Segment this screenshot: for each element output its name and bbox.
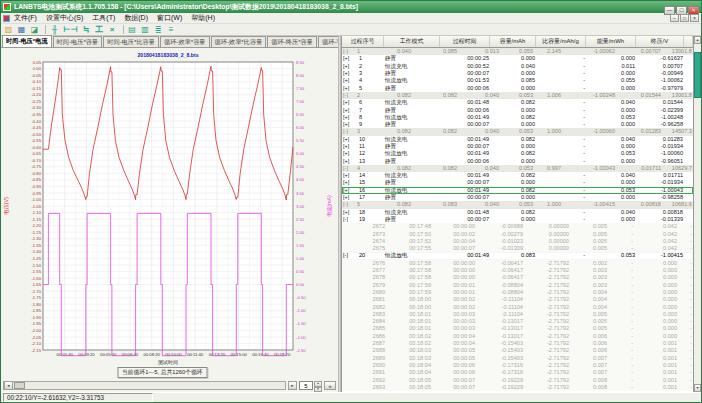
record-row[interactable]: 269200:18:0500:00:07-0.19229-2.717920.00… xyxy=(342,376,693,383)
svg-text:-0.40: -0.40 xyxy=(31,119,41,124)
open-file-icon[interactable]: ▨ xyxy=(3,24,14,35)
step-row[interactable]: [+]8恒流放电00:01:490.082-0.053-1.00248 xyxy=(342,114,693,121)
child-minimize-button[interactable]: – xyxy=(670,14,679,22)
step-row[interactable]: [+]13静置00:00:060.000-0.000-0.96051 xyxy=(342,157,693,164)
menu-item-1[interactable]: 设置中心(S) xyxy=(46,13,83,23)
child-restore-button[interactable]: □ xyxy=(680,14,689,22)
menu-item-2[interactable]: 工具(T) xyxy=(92,13,115,23)
next-page-button[interactable]: » xyxy=(324,381,336,390)
tab-5[interactable]: 循环-终压*容量 xyxy=(267,36,317,47)
tab-3[interactable]: 循环-效率*容量 xyxy=(160,36,210,47)
record-row[interactable]: 269100:18:0400:00:06-0.17316-2.717920.00… xyxy=(342,369,693,376)
record-row[interactable]: 268200:18:0000:00:02-0.11104-2.717920.00… xyxy=(342,303,693,310)
record-row[interactable]: 267800:17:5800:00:00-0.06417-2.717920.00… xyxy=(342,274,693,281)
record-row[interactable]: 269300:18:0500:00:07-0.19229-2.717920.00… xyxy=(342,384,693,391)
svg-text:00:13:20: 00:13:20 xyxy=(209,352,226,357)
scroll-down-icon[interactable]: ▼ xyxy=(694,384,701,392)
compare-view-icon[interactable]: ≒ xyxy=(81,24,92,35)
cycle-row[interactable]: [-]50.0820.0830.0400.0531.000-1.004150.0… xyxy=(342,201,693,208)
save-file-icon[interactable]: ▦ xyxy=(16,24,27,35)
step-row[interactable]: [+]15静置00:00:070.000-0.000-0.01934 xyxy=(342,179,693,186)
record-row[interactable]: 267200:17:4800:00:00-0.006880.000000.005… xyxy=(342,223,693,230)
voltage-current-chart[interactable]: 20180418183038_2_8.bts0.050.00-0.05-0.10… xyxy=(1,48,338,378)
tab-1[interactable]: 时间-电压*容量 xyxy=(53,36,103,47)
cycle-page-input[interactable]: 5 xyxy=(299,381,313,390)
record-row[interactable]: 268100:18:0000:00:02-0.11104-2.717920.00… xyxy=(342,296,693,303)
step-row[interactable]: [+]11静置00:00:070.000-0.000-0.01934 xyxy=(342,143,693,150)
data-summary-view-icon[interactable]: ≡ xyxy=(166,24,177,35)
table-body: [-]10.0400.0850.0130.0552.145-1.000620.0… xyxy=(342,48,693,392)
spin-down-icon[interactable]: ▼ xyxy=(314,387,322,393)
svg-text:-0.90: -0.90 xyxy=(31,184,41,189)
data-report-view-icon[interactable]: ▥ xyxy=(140,24,151,35)
step-row[interactable]: [+]6恒流充电00:01:480.082-0.0400.01544 xyxy=(342,99,693,106)
scroll-right-icon[interactable]: ▸ xyxy=(288,381,297,390)
scroll-up-icon[interactable]: ▲ xyxy=(694,36,701,44)
record-row[interactable]: 267700:17:5800:00:00-0.06417-2.717920.00… xyxy=(342,267,693,274)
record-row[interactable]: 268000:17:5900:00:01-0.08804-2.717920.00… xyxy=(342,289,693,296)
step-row[interactable]: [+]3静置00:00:070.000-0.000-0.00949 xyxy=(342,70,693,77)
record-row[interactable]: 268900:18:0300:00:05-0.15403-2.717920.00… xyxy=(342,354,693,361)
record-row[interactable]: 268300:18:0100:00:03-0.11104-2.717920.00… xyxy=(342,311,693,318)
step-row[interactable]: [-]20恒流放电00:01:490.083-0.053-1.00415 xyxy=(342,252,693,259)
menu-item-5[interactable]: 帮助(H) xyxy=(191,13,215,23)
record-row[interactable]: 268600:18:0200:00:04-0.13017-2.717920.00… xyxy=(342,333,693,340)
col-header-2: 过程时间 xyxy=(440,36,490,47)
svg-text:-0.80: -0.80 xyxy=(31,171,41,176)
tab-2[interactable]: 时间-电压*比容量 xyxy=(103,36,159,47)
tab-4[interactable]: 循环-效率*比容量 xyxy=(211,36,267,47)
svg-text:-0.75: -0.75 xyxy=(31,164,41,169)
scroll-left-icon[interactable]: ◂ xyxy=(4,381,13,390)
step-row[interactable]: [+]7静置00:00:060.000-0.000-0.02399 xyxy=(342,106,693,113)
h-scroll-thumb[interactable] xyxy=(14,382,25,389)
step-row[interactable]: [+]5静置00:00:060.000-0.000-0.97979 xyxy=(342,84,693,91)
step-row[interactable]: [+]14恒流充电00:01:490.082-0.0400.01711 xyxy=(342,172,693,179)
record-row[interactable]: 268500:18:0100:00:03-0.13017-2.717920.00… xyxy=(342,325,693,332)
record-row[interactable]: 269000:18:0400:00:06-0.17316-2.717920.00… xyxy=(342,362,693,369)
step-row[interactable]: [+]4恒流放电00:01:530.085-0.055-1.00062 xyxy=(342,77,693,84)
record-row[interactable]: 267600:17:5800:00:00-0.06417-2.717920.00… xyxy=(342,260,693,267)
v-scroll-thumb[interactable] xyxy=(694,52,701,98)
stop-test-icon[interactable]: × xyxy=(107,24,118,35)
record-row[interactable]: 268700:18:0200:00:04-0.15403-2.717920.00… xyxy=(342,340,693,347)
data-grid-view-icon[interactable]: ▤ xyxy=(127,24,138,35)
chart-scroll-row: ◂ ▸ 5 ▲ ▼ » xyxy=(3,381,336,390)
record-row[interactable]: 267300:17:5000:00:02-0.002790.000000.005… xyxy=(342,230,693,237)
record-row[interactable]: 268400:18:0100:00:03-0.13017-2.717920.00… xyxy=(342,318,693,325)
record-row[interactable]: 268800:18:0300:00:05-0.15403-2.717920.00… xyxy=(342,347,693,354)
col-header-0: 过程序号 xyxy=(342,36,384,47)
svg-text:00:06:40: 00:06:40 xyxy=(122,352,139,357)
step-row[interactable]: [+]12恒流放电00:01:490.082-0.053-1.00060 xyxy=(342,150,693,157)
record-row[interactable]: 267900:17:5900:00:01-0.08804-2.717920.00… xyxy=(342,282,693,289)
process-table: 过程序号工作模式过程时间容量/mAh比容量/mAh/g能量/mWh终压/V [-… xyxy=(342,36,693,392)
cycle-row[interactable]: [-]40.0820.0820.0400.0530.997-1.000430.0… xyxy=(342,165,693,172)
channel-monitor-icon[interactable]: ╫ xyxy=(49,24,60,35)
step-control-icon[interactable]: ⊢⊣ xyxy=(62,24,79,35)
step-row[interactable]: [+]9静置00:00:070.000-0.000-0.96258 xyxy=(342,121,693,128)
step-row[interactable]: [+]10恒流充电00:01:490.082-0.0400.01283 xyxy=(342,136,693,143)
step-row[interactable]: [+]2恒流充电00:00:520.040-0.0110.00707 xyxy=(342,63,693,70)
step-row[interactable]: [-]19静置00:00:070.000-0.000-0.01339 xyxy=(342,216,693,223)
svg-text:7.00: 7.00 xyxy=(296,99,305,104)
cycle-row[interactable]: [-]10.0400.0850.0130.0552.145-1.000620.0… xyxy=(342,48,693,55)
menu-item-0[interactable]: 文件(F) xyxy=(14,13,37,23)
child-close-button[interactable]: × xyxy=(690,14,699,22)
title-bar[interactable]: LANBTS电池测试系统1.1.705.158 - [C:\Users\Admi… xyxy=(1,1,701,13)
export-data-icon[interactable]: ◪ xyxy=(29,24,40,35)
tab-0[interactable]: 时间-电压*电流 xyxy=(2,35,52,47)
menu-item-4[interactable]: 窗口(W) xyxy=(157,13,182,23)
step-row[interactable]: [+]18恒流充电00:01:480.082-0.0400.00818 xyxy=(342,209,693,216)
svg-text:-1.25: -1.25 xyxy=(31,230,41,235)
step-row[interactable]: [+]17静置00:00:070.000-0.000-0.98258 xyxy=(342,194,693,201)
step-row[interactable]: [+]16恒流放电00:01:490.082-0.053-1.00043 xyxy=(342,187,693,194)
menu-item-3[interactable]: 数据(D) xyxy=(124,13,148,23)
cycle-row[interactable]: [-]20.0820.0820.0400.0531.006-1.002480.0… xyxy=(342,92,693,99)
record-row[interactable]: 267500:17:5500:00:07-0.013090.000000.005… xyxy=(342,245,693,252)
tools-panel-icon[interactable]: 工 xyxy=(94,24,105,35)
step-row[interactable]: [+]1静置00:00:250.000-0.000-0.61637 xyxy=(342,55,693,62)
cycle-row[interactable]: [-]30.0820.0820.0400.0531.000-1.000600.0… xyxy=(342,128,693,135)
record-row[interactable]: 267400:17:5200:00:04-0.010230.000000.005… xyxy=(342,238,693,245)
chart-h-scrollbar[interactable]: ◂ xyxy=(3,381,286,390)
data-list-view-icon[interactable]: ≣ xyxy=(153,24,164,35)
table-v-scrollbar[interactable]: ▲ ▼ xyxy=(693,36,701,392)
